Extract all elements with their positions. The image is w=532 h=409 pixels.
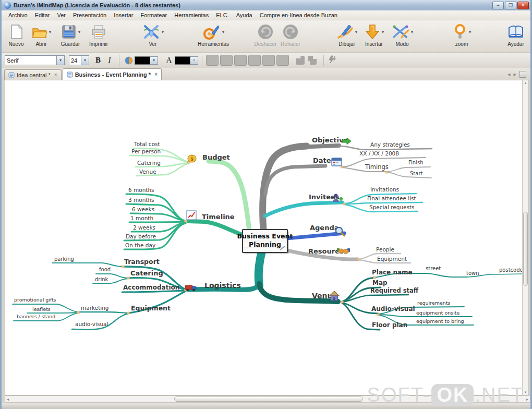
dropdown-arrow-icon[interactable]: ▾ — [469, 30, 471, 34]
style-swatch-button[interactable] — [248, 55, 261, 66]
dropdown-arrow-icon[interactable]: ▾ — [382, 30, 384, 34]
label-equipment-onsite[interactable]: equipment onsite — [416, 310, 460, 316]
label-parking[interactable]: parking — [54, 256, 74, 262]
branch-trunk-down[interactable] — [259, 249, 262, 286]
label-per-person[interactable]: Per person — [131, 148, 161, 154]
menu-item-formatear[interactable]: Formatear — [137, 11, 171, 19]
branch-node-dot[interactable] — [341, 301, 344, 303]
tab-close-icon[interactable]: × — [54, 72, 57, 78]
label-people[interactable]: People — [376, 246, 394, 252]
branch-node-dot[interactable] — [127, 312, 130, 314]
branch-node-dot[interactable] — [377, 314, 380, 316]
vertical-scrollbar[interactable]: ▴ ▾ — [522, 80, 529, 395]
label-place-name[interactable]: Place name — [372, 269, 413, 276]
label-date[interactable]: Date — [313, 157, 331, 164]
label-special-requests[interactable]: Special requests — [369, 204, 415, 210]
branch-node-dot[interactable] — [357, 258, 359, 260]
style-swatch-button[interactable] — [206, 55, 219, 66]
label-start[interactable]: Start — [410, 171, 423, 176]
insertar-button[interactable]: ▾Insertar — [361, 22, 386, 47]
nuevo-button[interactable]: Nuevo — [4, 22, 29, 47]
label-audio-visual-logistics[interactable]: audio-visual — [75, 321, 108, 327]
imprimir-button[interactable]: Imprimir — [86, 22, 111, 47]
label-agenda[interactable]: Agenda — [310, 224, 339, 232]
branch-node-dot[interactable] — [77, 311, 80, 314]
tab-idea-central[interactable]: Idea central *× — [4, 69, 62, 80]
menu-item-editar[interactable]: Editar — [31, 11, 54, 19]
font-family-dropdown-icon[interactable]: ▾ — [57, 55, 65, 65]
label-date-value[interactable]: XX / XX / 2008 — [359, 150, 399, 157]
italic-button[interactable]: I — [104, 55, 115, 66]
branch-parking[interactable] — [52, 263, 123, 267]
ayudar-button[interactable]: Ayudar — [503, 22, 528, 47]
branch-node-dot[interactable] — [343, 203, 346, 205]
ver-button[interactable]: ▾Ver — [140, 22, 165, 47]
menu-item-compre-en-línea-desde-buzan[interactable]: Compre en-línea desde Buzan — [256, 11, 341, 19]
dibujar-button[interactable]: ▾Dibujar — [334, 22, 359, 47]
label-any-strategies[interactable]: Any strategies — [370, 141, 410, 148]
label-audio-visual-venue[interactable]: Audio-visual — [371, 305, 415, 312]
text-color-button[interactable]: A — [164, 55, 174, 66]
fill-color-swatch[interactable] — [135, 56, 150, 65]
branch-finish[interactable] — [386, 167, 430, 172]
label-budget[interactable]: Budget — [202, 153, 230, 161]
mindmap-canvas[interactable]: Business EventPlanningObjectiveAny strat… — [5, 80, 524, 395]
label-day-before[interactable]: Day before — [126, 233, 156, 239]
branch-node-dot[interactable] — [385, 171, 388, 173]
label-logistics[interactable]: Logistics — [204, 281, 241, 290]
font-family-select[interactable]: Serif — [5, 55, 57, 65]
label-final-attendee-list[interactable]: Final attendee list — [367, 195, 416, 201]
branch-town[interactable] — [427, 273, 467, 277]
branch-shape-button[interactable] — [296, 56, 305, 65]
fill-color-dropdown-icon[interactable]: ▾ — [150, 56, 158, 65]
branch-shape-button[interactable] — [308, 56, 317, 65]
branch-agenda[interactable] — [287, 233, 344, 238]
menu-item-ayuda[interactable]: Ayuda — [233, 11, 256, 19]
label-requirements[interactable]: requirements — [417, 300, 451, 306]
branch-node-dot[interactable] — [127, 277, 130, 279]
text-color-swatch[interactable] — [175, 56, 190, 65]
label-marketing[interactable]: marketing — [81, 305, 109, 311]
font-size-dropdown-icon[interactable]: ▾ — [81, 55, 89, 65]
dropdown-arrow-icon[interactable]: ▾ — [411, 30, 413, 34]
label-catering-logistics[interactable]: Catering — [130, 269, 163, 277]
label-3-months[interactable]: 3 months — [128, 197, 154, 203]
label-floor-plan[interactable]: Floor plan — [372, 321, 407, 329]
style-swatch-button[interactable] — [262, 55, 275, 66]
dropdown-arrow-icon[interactable]: ▾ — [355, 30, 357, 34]
horizontal-scroll-thumb[interactable] — [174, 396, 363, 402]
branch-node-dot[interactable] — [122, 266, 125, 268]
branch-color-icon[interactable] — [124, 55, 134, 66]
label-equipment-to-bring[interactable]: equipment to bring — [416, 318, 464, 324]
label-transport[interactable]: Transport — [124, 258, 160, 266]
guardar-button[interactable]: ▾Guardar — [58, 22, 83, 47]
branch-start[interactable] — [386, 172, 431, 178]
scroll-up-icon[interactable]: ▴ — [523, 81, 528, 85]
dropdown-arrow-icon[interactable]: ▾ — [162, 30, 164, 34]
menu-item-elc[interactable]: ELC. — [212, 11, 232, 19]
style-swatch-button[interactable] — [220, 55, 233, 66]
herramientas-button[interactable]: ▾Herramientas — [201, 22, 226, 47]
font-size-select[interactable]: 24 — [69, 55, 81, 65]
branch-invitees[interactable] — [265, 202, 342, 216]
label-equipment-logistics[interactable]: Equipment — [131, 304, 171, 312]
style-swatch-button[interactable] — [276, 55, 289, 66]
branch-node-dot[interactable] — [341, 166, 344, 168]
menu-item-insertar[interactable]: Insertar — [110, 11, 137, 19]
vertical-scroll-thumb[interactable] — [523, 212, 528, 286]
label-drink[interactable]: drink — [95, 276, 108, 282]
label-map[interactable]: Map — [372, 279, 388, 286]
branch-date[interactable] — [265, 166, 325, 194]
dropdown-arrow-icon[interactable]: ▾ — [78, 30, 80, 34]
branch-leaflets[interactable] — [27, 312, 78, 313]
tab-list-icon[interactable] — [519, 71, 526, 78]
modo-button[interactable]: ▾Modo — [390, 22, 415, 47]
branch-trunk-up[interactable] — [263, 146, 307, 237]
dropdown-arrow-icon[interactable]: ▾ — [222, 30, 224, 34]
label-accommodation[interactable]: Accommodation — [123, 284, 179, 291]
tab-scroll-left-icon[interactable]: ◂ — [507, 71, 511, 78]
text-color-dropdown-icon[interactable]: ▾ — [190, 56, 198, 65]
scroll-right-icon[interactable]: ▸ — [526, 396, 528, 402]
label-timeline[interactable]: Timeline — [202, 213, 235, 221]
branch-node-dot[interactable] — [373, 276, 376, 279]
